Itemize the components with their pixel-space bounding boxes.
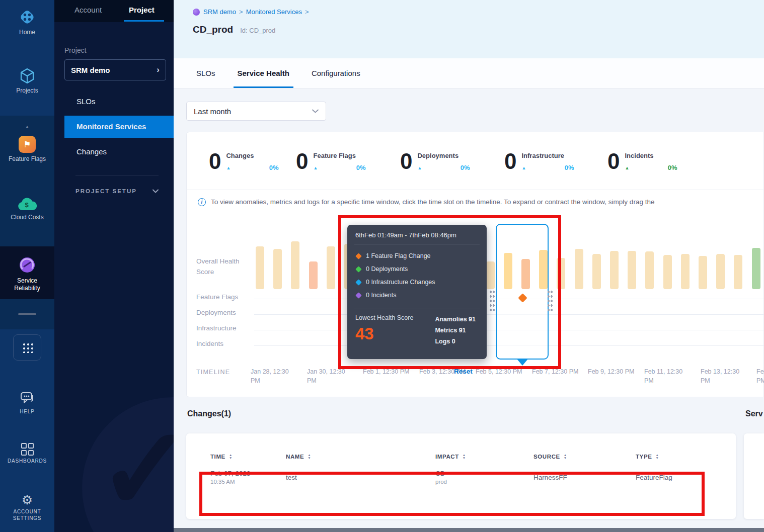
sort-icon: ▲▼ — [308, 454, 311, 460]
tab-slos[interactable]: SLOs — [196, 58, 215, 88]
timeline-bar[interactable] — [291, 241, 299, 289]
sidebar-item-cloud-costs[interactable]: $ Cloud Costs — [0, 197, 54, 221]
table-row[interactable]: Feb 07, 202310:35 AMtestCDprodHarnessFFF… — [186, 470, 736, 485]
time-date: Feb 07, 2023 — [210, 470, 286, 477]
column-header-source[interactable]: SOURCE▲▼ — [533, 454, 636, 460]
module-rail: Home Projects ▲ ⚑ Feature Flags $ Cloud … — [0, 0, 54, 532]
time-window-selection[interactable] — [496, 224, 549, 360]
stat-value: 0 — [400, 151, 412, 172]
lowest-health-score-label: Lowest Health Score — [355, 314, 431, 321]
cell-source: HarnessFF — [533, 474, 636, 481]
sidebar-item-feature-flags[interactable]: ⚑ Feature Flags — [0, 136, 54, 163]
stat-value: 0 — [209, 151, 221, 172]
stats-divider — [186, 190, 764, 190]
timeline-bar[interactable] — [645, 251, 654, 289]
stat-value: 0 — [296, 151, 308, 172]
time-range-select[interactable]: Last month — [186, 102, 326, 121]
stat-meta: Deployments▲0% — [417, 151, 470, 172]
sort-icon: ▲▼ — [463, 454, 466, 460]
tab-service-health[interactable]: Service Health — [238, 58, 289, 88]
timeline-bar[interactable] — [716, 254, 725, 289]
timeline-bar[interactable] — [273, 249, 282, 289]
timeline-bar[interactable] — [592, 254, 601, 289]
changes-table-body: Feb 07, 202310:35 AMtestCDprodHarnessFFF… — [186, 470, 736, 485]
selection-left-drag-handle[interactable] — [489, 290, 495, 312]
column-header-name[interactable]: NAME▲▼ — [286, 454, 435, 460]
page-subtitle: Id: CD_prod — [240, 27, 275, 34]
tab-configurations[interactable]: Configurations — [312, 58, 360, 88]
selection-right-drag-handle[interactable] — [547, 290, 553, 312]
tab-project[interactable]: Project — [129, 6, 155, 14]
stat-meta: Changes▲0% — [226, 151, 278, 172]
lowest-health-score-value: 43 — [355, 324, 431, 343]
sidebar-item-account-settings[interactable]: ⚙ ACCOUNT SETTINGS — [0, 494, 54, 521]
timeline-bar[interactable] — [663, 255, 672, 289]
timeline-bar[interactable] — [699, 256, 707, 289]
page-title: CD_prod — [193, 24, 233, 35]
project-selector[interactable]: SRM demo › — [64, 59, 166, 80]
timeline-tick: Feb 15, 12:30 PM — [756, 368, 764, 385]
sidebar-item-projects[interactable]: Projects — [0, 67, 54, 95]
tooltip-item-text: 0 Deployments — [366, 265, 408, 273]
project-section-label: Project — [64, 46, 87, 54]
stat-changes: 0Changes▲0% — [209, 151, 278, 172]
sidebar-item-help[interactable]: HELP — [0, 391, 54, 415]
cell-time: Feb 07, 202310:35 AM — [210, 470, 286, 485]
row-label-feature-flags: Feature Flags — [196, 293, 238, 301]
stat-trend: ▲0% — [625, 164, 677, 171]
stat-value: 0 — [607, 151, 620, 172]
stat-feature-flags: 0Feature Flags▲0% — [296, 151, 365, 172]
service-dependency-heading: Serv — [745, 409, 764, 418]
timeline-bar[interactable] — [752, 248, 760, 289]
info-banner-text: To view anomalies, metrics and logs for … — [211, 198, 654, 206]
stat-trend: ▲0% — [417, 164, 470, 171]
timeline-bar[interactable] — [309, 261, 318, 289]
rail-scroll-up-icon[interactable]: ▲ — [0, 124, 54, 129]
dashboards-icon — [21, 443, 34, 456]
timeline-bar[interactable] — [610, 251, 619, 289]
sort-icon: ▲▼ — [229, 454, 233, 460]
reset-button[interactable]: Reset — [454, 368, 473, 375]
breadcrumb: SRM demo > Monitored Services > — [193, 8, 312, 16]
info-icon: i — [198, 198, 206, 206]
diamond-icon — [355, 292, 362, 299]
stat-label: Deployments — [417, 152, 470, 159]
timeline-bar[interactable] — [557, 258, 565, 289]
sidebar-item-home[interactable]: Home — [0, 8, 54, 36]
sidebar-item-slos[interactable]: SLOs — [64, 91, 174, 113]
watermark-circle: ✓ — [82, 397, 174, 532]
column-header-type[interactable]: TYPE▲▼ — [636, 454, 736, 460]
timeline-bar[interactable] — [575, 249, 583, 289]
breadcrumb-srm-demo[interactable]: SRM demo — [203, 8, 236, 16]
stat-percent: 0% — [356, 164, 366, 171]
breadcrumb-separator: > — [305, 8, 309, 16]
timeline-bar[interactable] — [628, 251, 636, 289]
sidebar-item-monitored-services[interactable]: Monitored Services — [64, 116, 174, 138]
column-header-time[interactable]: TIME▲▼ — [210, 454, 286, 460]
sidebar-item-service-reliability[interactable]: Service Reliability — [0, 255, 54, 292]
timeline-bar[interactable] — [256, 246, 264, 289]
change-type: FeatureFlag — [636, 474, 736, 481]
cloud-dollar-icon: $ — [17, 197, 37, 211]
tab-account[interactable]: Account — [74, 6, 102, 14]
row-label-infrastructure: Infrastructure — [196, 324, 237, 332]
timeline-bar[interactable] — [486, 261, 495, 289]
timeline-tick: Feb 13, 12:30 PM — [701, 368, 749, 385]
chevron-down-icon — [312, 109, 319, 113]
project-setup-toggle[interactable]: PROJECT SETUP — [75, 188, 159, 194]
breadcrumb-monitored-services[interactable]: Monitored Services — [246, 8, 302, 16]
sidebar-item-dashboards[interactable]: DASHBOARDS — [0, 441, 54, 465]
module-grid-button[interactable] — [13, 334, 41, 361]
impact-env: prod — [435, 479, 533, 485]
bottom-scrollbar[interactable] — [174, 528, 764, 532]
sidebar-item-changes[interactable]: Changes — [64, 141, 174, 163]
column-header-impact[interactable]: IMPACT▲▼ — [435, 454, 533, 460]
trend-up-icon: ▲ — [226, 165, 231, 170]
tooltip-metric: Metrics 91 — [435, 325, 476, 336]
timeline-bar[interactable] — [681, 254, 690, 289]
timeline-bar[interactable] — [734, 255, 742, 289]
timeline-bar[interactable] — [327, 246, 335, 289]
rail-drag-handle[interactable] — [18, 313, 36, 315]
stat-label: Feature Flags — [313, 152, 365, 159]
page-header: SRM demo > Monitored Services > CD_prod … — [174, 0, 764, 58]
